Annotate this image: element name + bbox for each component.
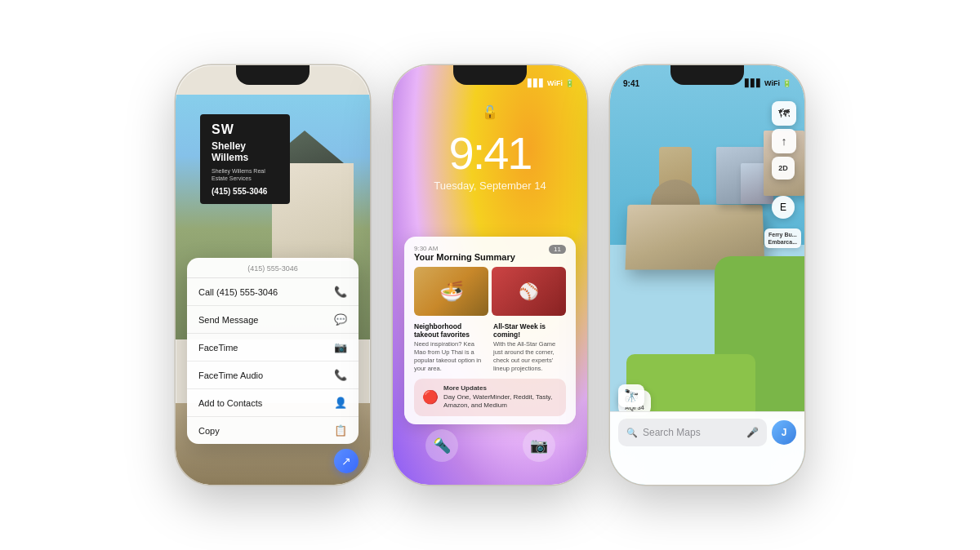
phone3-status-time: 9:41	[623, 79, 639, 88]
reddit-icon: 🔴	[422, 389, 439, 405]
ferry-building-label: Ferry Bu...Embarca...	[764, 228, 801, 248]
facetime-audio-icon: 📞	[334, 369, 347, 381]
copy-icon: 📋	[334, 424, 347, 437]
notif-header-left: 9:30 AM Your Morning Summary	[414, 245, 515, 262]
notif-more-updates: 🔴 More Updates Day One, WaterMinder, Red…	[414, 379, 566, 415]
maps-bottom-bar: 🔍 Search Maps 🎤 J	[610, 411, 804, 485]
call-label: Call (415) 555-3046	[198, 287, 278, 297]
phone1-screen: SW Shelley Willems Shelley Willems Real …	[176, 65, 370, 485]
phone3-status-icons: ▋▋▋ WiFi 🔋	[745, 79, 791, 87]
phone3-notch	[670, 65, 744, 85]
menu-item-call[interactable]: Call (415) 555-3046 📞	[187, 278, 359, 306]
contact-fab[interactable]: ↗	[334, 449, 359, 473]
lock-time-display: 9:41 Tuesday, September 14	[393, 131, 587, 192]
more-text: Day One, WaterMinder, Reddit, Tasty, Ama…	[443, 393, 552, 409]
copy-label: Copy	[198, 426, 220, 436]
phone2-status-icons: ▋▋▋ WiFi 🔋	[528, 79, 574, 87]
lock-bottom-buttons: 🔦 📷	[393, 429, 587, 462]
add-contacts-icon: 👤	[334, 397, 347, 409]
notif-header: 9:30 AM Your Morning Summary 11	[414, 245, 566, 262]
phones-container: SW Shelley Willems Shelley Willems Real …	[0, 0, 980, 550]
avatar-initial: J	[782, 427, 787, 438]
facetime-label: FaceTime	[198, 343, 238, 353]
notif-badge: 11	[549, 245, 566, 254]
map-view-icon: 🗺	[778, 107, 790, 120]
story2-title: All-Star Week is coming!	[493, 322, 566, 339]
search-placeholder: Search Maps	[643, 427, 742, 438]
phone1-notch	[236, 65, 310, 85]
battery: 🔋	[782, 79, 791, 87]
more-title: More Updates	[443, 384, 487, 392]
notif-stories: Neighborhood takeout favorites Need insp…	[414, 322, 566, 372]
add-contacts-label: Add to Contacts	[198, 398, 262, 408]
mic-icon: 🎤	[746, 427, 759, 438]
camera-icon: 📷	[530, 437, 548, 455]
wifi-icon: WiFi	[547, 79, 563, 87]
story1-text: Need inspiration? Kea Mao from Up Thai i…	[414, 340, 487, 372]
sport-image	[492, 267, 566, 316]
signal-icon: ▋▋▋	[528, 79, 545, 87]
compass: E	[772, 196, 795, 219]
search-icon: 🔍	[626, 428, 638, 438]
notif-time: 9:30 AM	[414, 245, 515, 252]
map-controls: 🗺 ↑ 2D	[772, 101, 796, 180]
maps-search-row: 🔍 Search Maps 🎤 J	[618, 419, 796, 446]
contact-menu-header: (415) 555-3046	[187, 258, 359, 278]
iphone-2: ▋▋▋ WiFi 🔋 🔓 9:41 Tuesday, September 14 …	[393, 65, 587, 485]
facetime-icon: 📷	[334, 341, 347, 353]
menu-item-copy[interactable]: Copy 📋	[187, 417, 359, 444]
message-icon: 💬	[334, 313, 347, 326]
menu-item-add-contacts[interactable]: Add to Contacts 👤	[187, 389, 359, 417]
menu-item-facetime[interactable]: FaceTime 📷	[187, 334, 359, 361]
notif-images	[414, 267, 566, 316]
iphone-3: Ferry Bu...Embarca... 🗺 ↑ 2D E	[610, 65, 804, 485]
wifi-signal: WiFi	[764, 79, 780, 87]
food-image	[414, 267, 488, 316]
map-view-button[interactable]: 🗺	[772, 101, 796, 126]
contact-menu[interactable]: (415) 555-3046 Call (415) 555-3046 📞 Sen…	[187, 258, 359, 444]
sign-phone: (415) 555-3046	[212, 187, 278, 196]
sign-initials: SW	[212, 122, 278, 137]
direction-button[interactable]: ↑	[772, 129, 796, 153]
lock-date: Tuesday, September 14	[393, 180, 587, 192]
fab-icon: ↗	[341, 455, 351, 468]
notif-more-text: More Updates Day One, WaterMinder, Reddi…	[443, 384, 558, 410]
binoculars-button[interactable]: 🔭	[618, 384, 644, 407]
iphone-1: SW Shelley Willems Shelley Willems Real …	[176, 65, 370, 485]
building-sign: SW Shelley Willems Shelley Willems Real …	[200, 114, 290, 204]
camera-button[interactable]: 📷	[523, 429, 555, 462]
search-bar[interactable]: 🔍 Search Maps 🎤	[618, 419, 767, 446]
notification-card[interactable]: 9:30 AM Your Morning Summary 11 Neighbor…	[404, 237, 576, 424]
lock-time: 9:41	[393, 131, 587, 176]
compass-label: E	[780, 202, 786, 213]
2d-button[interactable]: 2D	[772, 157, 795, 180]
menu-item-message[interactable]: Send Message 💬	[187, 306, 359, 334]
flashlight-button[interactable]: 🔦	[425, 429, 458, 462]
direction-icon: ↑	[782, 135, 787, 148]
call-icon: 📞	[334, 286, 347, 298]
notif-story-2: All-Star Week is coming! With the All-St…	[493, 322, 566, 372]
notif-story-1: Neighborhood takeout favorites Need insp…	[414, 322, 487, 372]
phone2-notch	[453, 65, 527, 85]
battery-icon: 🔋	[565, 79, 574, 87]
2d-label: 2D	[778, 164, 788, 172]
map-area[interactable]: Ferry Bu...Embarca... 🗺 ↑ 2D E	[610, 65, 804, 419]
facetime-audio-label: FaceTime Audio	[198, 370, 263, 380]
signal-bars: ▋▋▋	[745, 79, 762, 87]
sign-company: Shelley Willems Real Estate Services	[212, 167, 278, 182]
menu-item-facetime-audio[interactable]: FaceTime Audio 📞	[187, 361, 359, 389]
binoculars-icon: 🔭	[624, 388, 639, 403]
flashlight-icon: 🔦	[433, 437, 451, 455]
user-avatar[interactable]: J	[772, 420, 796, 445]
notif-title: Your Morning Summary	[414, 252, 515, 262]
lock-icon: 🔓	[482, 104, 498, 120]
phone2-screen: ▋▋▋ WiFi 🔋 🔓 9:41 Tuesday, September 14 …	[393, 65, 587, 485]
sign-name: Shelley Willems	[212, 140, 278, 164]
story1-title: Neighborhood takeout favorites	[414, 322, 487, 339]
phone3-screen: Ferry Bu...Embarca... 🗺 ↑ 2D E	[610, 65, 804, 485]
message-label: Send Message	[198, 315, 258, 325]
story2-text: With the All-Star Game just around the c…	[493, 340, 566, 372]
